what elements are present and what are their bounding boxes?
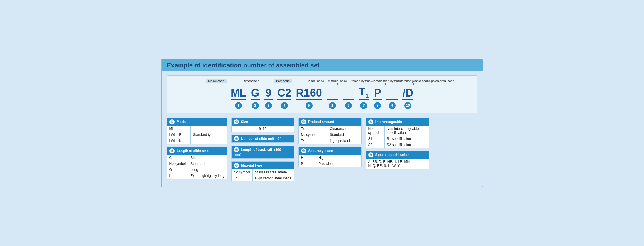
label-model-code-2-text: Model code <box>306 79 325 83</box>
material-stainless: Stainless steel made <box>252 169 294 175</box>
symbol-d: /D 10 <box>400 87 416 109</box>
length-row-3: G Long <box>167 167 227 173</box>
symbol-p: P 8 <box>371 87 384 109</box>
tables-section: ① Model ML Standard type LWL···B LWL···N <box>167 118 477 181</box>
circle-preload: ⑦ <box>301 119 306 124</box>
material-table-title: Material type <box>241 163 262 167</box>
length-long: Long <box>188 167 227 173</box>
model-table-header: ① Model <box>167 118 227 126</box>
label-part-code-text: Part code <box>274 79 292 83</box>
col-2: ③ Size 9, 12 ④ Number of slide unit（2） <box>231 118 294 181</box>
label-preload-symbol-text: Preload symbol <box>348 79 373 83</box>
label-material-code: Material code <box>326 79 349 85</box>
length-table: ② Length of slide unit C Short No symbol… <box>167 147 227 179</box>
circle-8: 8 <box>374 102 381 109</box>
length-row-4: L Extra high rigidity long <box>167 173 227 179</box>
accuracy-p: P <box>298 161 316 167</box>
symbol-blank-6-text <box>343 87 354 100</box>
preload-row-1: T₀ Clearance <box>298 126 361 132</box>
circle-accuracy: ⑧ <box>301 148 306 153</box>
accuracy-table-title: Accuracy class <box>308 149 333 153</box>
material-table-header-cell: ⑥ Material type <box>231 162 294 169</box>
circle-size: ③ <box>234 119 239 124</box>
circle-9: 9 <box>389 102 396 109</box>
circle-interchangeable: ⑨ <box>368 119 373 124</box>
material-table-header: ⑥ Material type <box>231 162 294 169</box>
special-row: A, BS, D, E, HB, I, LR, MNN, Q, RE, S, U… <box>366 159 429 169</box>
preload-no-symbol: No symbol <box>298 132 327 138</box>
size-table-header-cell: ③ Size <box>231 118 294 126</box>
length-c: C <box>167 155 188 161</box>
preload-t0: T₀ <box>298 126 327 132</box>
size-table-title: Size <box>241 120 248 124</box>
length-no-symbol: No symbol <box>167 161 188 167</box>
length-short: Short <box>188 155 227 161</box>
label-model-code-text: Model code <box>206 79 227 83</box>
length-g: G <box>167 167 188 173</box>
symbol-ml-text: ML <box>231 87 246 101</box>
preload-row-3: T₁ Light preload <box>298 138 361 144</box>
special-table: ⑩ Special specification A, BS, D, E, HB,… <box>366 151 429 169</box>
preload-t1: T₁ <box>298 138 327 144</box>
track-rail-table-title: Length of track rail（160 mm） <box>234 148 281 157</box>
slide-unit-table-header-cell: ④ Number of slide unit（2） <box>231 135 294 143</box>
length-standard: Standard <box>188 161 227 167</box>
special-table-header: ⑩ Special specification <box>366 151 429 159</box>
circle-1: 1 <box>235 102 242 109</box>
length-row-1: C Short <box>167 155 227 161</box>
accuracy-h: H <box>298 155 316 161</box>
material-carbon: High carbon steel made <box>252 175 294 181</box>
preload-clearance: Clearance <box>327 126 361 132</box>
label-supplemental-code-text: Supplemental code <box>426 79 455 83</box>
symbol-p-text: P <box>373 87 382 101</box>
accuracy-table-header: ⑧ Accuracy class <box>298 147 361 155</box>
preload-table: ⑦ Preload amount T₀ Clearance No symbol … <box>298 118 362 144</box>
size-table: ③ Size 9, 12 <box>231 118 294 132</box>
circle-slide-unit: ④ <box>234 136 239 141</box>
length-extra: Extra high rigidity long <box>188 173 227 179</box>
material-cs: CS <box>231 175 252 181</box>
accuracy-table: ⑧ Accuracy class H High P Precision <box>298 147 362 167</box>
model-ml: ML <box>167 126 190 132</box>
symbol-blank-9-text <box>386 87 398 100</box>
model-lwln: LWL···N <box>167 138 190 144</box>
label-classification-symbol-text: Classification symbol <box>370 79 402 83</box>
circle-7: 7 <box>360 102 367 109</box>
symbol-d-text: /D <box>402 87 413 101</box>
title-bar: Example of identification number of asse… <box>162 59 483 71</box>
col-4: ⑨ Interchangeable No symbol Non-intercha… <box>366 118 429 181</box>
interchangeable-s2-spec: S2 specification <box>384 142 429 148</box>
symbol-blank-1-text <box>327 87 338 100</box>
symbol-r160: R160 5 <box>294 87 324 109</box>
length-l: L <box>167 173 188 179</box>
interchangeable-row-2: S1 S1 specification <box>366 136 429 142</box>
label-part-code: Part code <box>260 79 306 85</box>
circle-10: 10 <box>404 102 411 109</box>
symbol-blank-6: 6 <box>340 87 356 109</box>
interchangeable-s1: S1 <box>366 136 384 142</box>
symbol-c2-text: C2 <box>277 87 292 101</box>
model-table-title: Model <box>177 120 187 124</box>
label-material-code-text: Material code <box>327 79 348 83</box>
symbol-blank-9: 9 <box>384 87 400 109</box>
accuracy-row-2: P Precision <box>298 161 361 167</box>
slide-unit-table: ④ Number of slide unit（2） <box>231 135 294 143</box>
circle-4: 4 <box>281 102 288 109</box>
preload-table-header: ⑦ Preload amount <box>298 118 361 126</box>
code-diagram: Model code Dimensions Part code Model co… <box>167 75 477 114</box>
model-lwlb: LWL···B <box>167 132 190 138</box>
label-dimensions-text: Dimensions <box>242 79 260 83</box>
model-table: ① Model ML Standard type LWL···B LWL···N <box>167 118 227 144</box>
label-preload-symbol: Preload symbol <box>349 79 372 85</box>
content: Model code Dimensions Part code Model co… <box>162 75 483 182</box>
slide-unit-table-title: Number of slide unit（2） <box>241 137 283 141</box>
label-interchangeable-code: Interchangeable code <box>399 79 428 85</box>
accuracy-high: High <box>316 155 361 161</box>
circle-5: 5 <box>306 102 313 109</box>
preload-table-title: Preload amount <box>308 120 334 124</box>
model-standard-type: Standard type <box>190 126 227 144</box>
track-rail-table: ⑤ Length of track rail（160 mm） <box>231 146 294 159</box>
special-values: A, BS, D, E, HB, I, LR, MNN, Q, RE, S, U… <box>366 159 429 169</box>
symbol-9-text: 9 <box>264 87 273 101</box>
circle-2: 2 <box>252 102 259 109</box>
